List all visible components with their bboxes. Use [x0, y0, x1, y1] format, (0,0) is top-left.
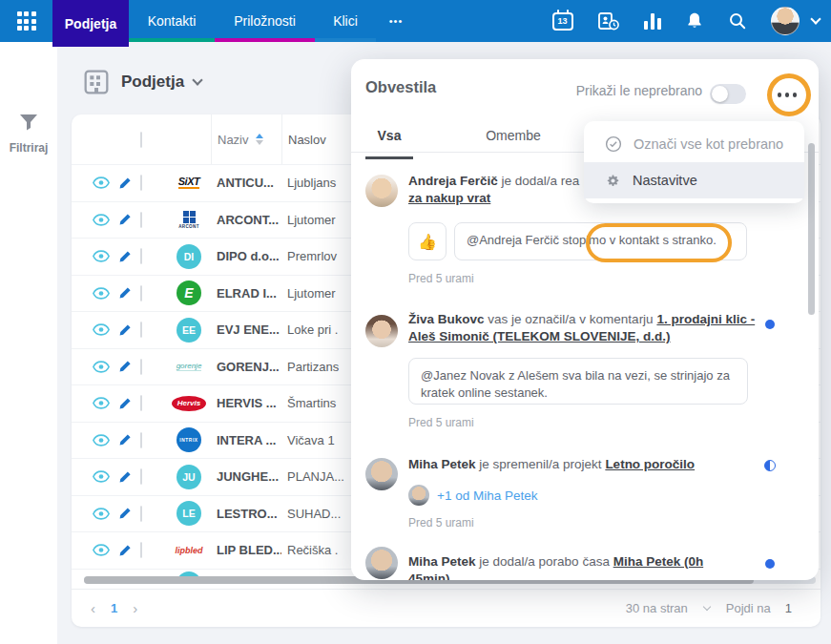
- company-logo: JU: [177, 465, 201, 489]
- chevron-down-icon[interactable]: [192, 74, 202, 85]
- company-name[interactable]: JUNGHE...: [211, 469, 281, 484]
- row-checkbox[interactable]: [140, 395, 142, 411]
- filter-button[interactable]: Filtriraj: [0, 113, 57, 155]
- sort-icon[interactable]: [256, 134, 263, 145]
- calendar-button[interactable]: 13: [552, 12, 573, 31]
- company-name[interactable]: EVJ ENE...: [211, 322, 281, 337]
- view-icon[interactable]: [93, 214, 110, 226]
- edit-icon[interactable]: [118, 177, 132, 190]
- edit-icon[interactable]: [118, 360, 132, 373]
- nav-tab-more[interactable]: •••: [376, 0, 416, 42]
- view-icon[interactable]: [93, 323, 110, 336]
- notification-time: Pred 5 urami: [408, 416, 474, 429]
- view-icon[interactable]: [93, 397, 110, 409]
- view-icon[interactable]: [93, 361, 110, 373]
- company-name[interactable]: LIP BLED...: [211, 543, 281, 557]
- statistics-button[interactable]: [644, 13, 662, 30]
- row-checkbox[interactable]: [140, 468, 142, 485]
- companies-icon: [81, 67, 112, 97]
- row-checkbox[interactable]: [140, 432, 142, 448]
- nav-tab-kontakti[interactable]: Kontakti: [129, 0, 215, 42]
- calendar-icon: 13: [552, 12, 573, 31]
- goto-page-input[interactable]: 1: [785, 601, 792, 615]
- notification-link[interactable]: Letno poročilo: [605, 457, 695, 471]
- user-menu-chevron-icon[interactable]: [810, 13, 821, 24]
- company-name[interactable]: INTERA ...: [211, 433, 281, 447]
- user-avatar: [365, 175, 398, 207]
- check-circle-icon: [605, 135, 622, 153]
- unread-filter-toggle[interactable]: [710, 84, 746, 104]
- notifications-button[interactable]: [685, 11, 704, 31]
- row-checkbox[interactable]: [140, 248, 142, 264]
- company-name[interactable]: ARCONT...: [211, 213, 281, 227]
- tab-all[interactable]: Vsa: [365, 128, 413, 159]
- prev-page-button[interactable]: ‹: [91, 600, 95, 616]
- search-button[interactable]: [728, 11, 747, 31]
- notification-link[interactable]: za nakup vrat: [408, 191, 490, 205]
- company-name[interactable]: ANTICU...: [211, 176, 281, 190]
- row-checkbox[interactable]: [140, 322, 142, 338]
- company-name[interactable]: LESTRO...: [211, 507, 281, 521]
- company-logo: INTRIX: [177, 427, 201, 452]
- menu-item-settings[interactable]: Nastavitve: [584, 162, 804, 198]
- edit-icon[interactable]: [118, 433, 132, 447]
- next-page-button[interactable]: ›: [133, 600, 137, 616]
- view-icon[interactable]: [93, 434, 110, 447]
- row-checkbox[interactable]: [140, 542, 142, 558]
- reaction-button[interactable]: 👍: [408, 222, 447, 260]
- view-icon[interactable]: [93, 177, 110, 189]
- page-header: Podjetja: [81, 67, 201, 97]
- company-name[interactable]: HERVIS ...: [211, 396, 281, 410]
- half-read-indicator[interactable]: [764, 460, 776, 471]
- company-logo: ARCONT: [178, 211, 199, 229]
- unread-indicator[interactable]: [765, 320, 775, 329]
- bar-chart-icon: [644, 13, 662, 30]
- column-header-naziv[interactable]: Naziv: [211, 114, 281, 164]
- app-window: Filtriraj Podjetja Naziv Naslov: [0, 0, 831, 644]
- view-icon[interactable]: [93, 544, 110, 556]
- edit-icon[interactable]: [118, 250, 132, 263]
- more-menu-button[interactable]: [773, 88, 802, 102]
- activities-button[interactable]: [597, 11, 620, 31]
- company-name[interactable]: ELRAD I...: [211, 286, 281, 301]
- row-checkbox[interactable]: [140, 506, 142, 522]
- nav-tab-priloznosti[interactable]: Priložnosti: [215, 0, 315, 42]
- user-menu-button[interactable]: [771, 7, 800, 35]
- company-name[interactable]: GORENJ...: [211, 360, 281, 374]
- reaction-summary[interactable]: +1 od Miha Petek: [408, 485, 537, 506]
- vertical-scrollbar-thumb[interactable]: [808, 143, 815, 315]
- unread-indicator[interactable]: [765, 559, 775, 569]
- select-all-checkbox[interactable]: [140, 132, 142, 148]
- notification-time: Pred 5 urami: [408, 272, 474, 285]
- view-icon[interactable]: [93, 508, 110, 520]
- top-navigation-bar: Podjetja Kontakti Priložnosti Klici ••• …: [0, 0, 831, 42]
- current-page[interactable]: 1: [111, 601, 117, 615]
- edit-icon[interactable]: [118, 507, 132, 520]
- per-page-chevron-icon[interactable]: [703, 603, 711, 611]
- menu-item-mark-all-read[interactable]: Označi vse kot prebrano: [584, 126, 804, 162]
- edit-icon[interactable]: [118, 286, 132, 300]
- view-icon[interactable]: [93, 287, 110, 300]
- nav-tab-podjetja[interactable]: Podjetja: [52, 0, 129, 47]
- row-checkbox[interactable]: [140, 175, 142, 191]
- nav-tab-klici[interactable]: Klici: [315, 0, 376, 42]
- company-name[interactable]: DIPO d.o...: [211, 249, 281, 263]
- grid-icon: [17, 11, 36, 31]
- edit-icon[interactable]: [118, 397, 132, 410]
- edit-icon[interactable]: [118, 213, 132, 226]
- app-launcher-button[interactable]: [0, 0, 52, 42]
- notification-text: Miha Petek je spremenil/a projekt Letno …: [408, 456, 767, 473]
- edit-icon[interactable]: [118, 323, 132, 337]
- edit-icon[interactable]: [118, 544, 132, 557]
- view-icon[interactable]: [93, 250, 110, 262]
- row-checkbox[interactable]: [140, 285, 142, 301]
- row-checkbox[interactable]: [140, 212, 142, 228]
- user-avatar: [771, 7, 800, 35]
- per-page-select[interactable]: 30 na stran: [626, 601, 688, 615]
- page-title: Podjetja: [121, 73, 184, 92]
- tab-mentions[interactable]: Omembe: [467, 128, 559, 159]
- edit-icon[interactable]: [118, 470, 132, 484]
- company-logo: SiXT: [178, 177, 199, 189]
- view-icon[interactable]: [93, 470, 110, 483]
- row-checkbox[interactable]: [140, 359, 142, 375]
